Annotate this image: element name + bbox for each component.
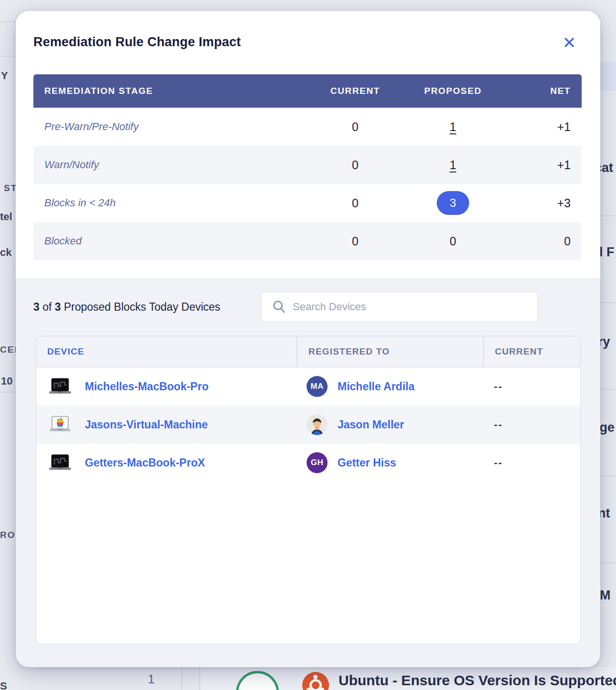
table-row: Jasons-Virtual-Machine Jason Melle: [36, 406, 580, 444]
bg-divider: [0, 392, 16, 393]
bg-text-fragment: 10: [1, 375, 12, 387]
current-value: 0: [315, 158, 396, 172]
impact-row: Warn/Notify 0 1 +1: [33, 146, 582, 184]
avatar: GH: [307, 452, 328, 473]
current-value: --: [483, 380, 580, 393]
impact-table-header: REMEDIATION STAGE CURRENT PROPOSED NET: [33, 74, 582, 108]
current-value: 0: [315, 120, 396, 134]
devices-count-text: 3 of 3 Proposed Blocks Today Devices: [33, 301, 248, 314]
proposed-value: 0: [396, 234, 510, 248]
impact-row: Pre-Warn/Pre-Notify 0 1 +1: [33, 108, 582, 146]
bg-divider: [0, 56, 16, 57]
bg-bottom-row: 1 Ubuntu - Ensure OS Version Is Supporte…: [0, 667, 616, 690]
bg-divider: [600, 302, 616, 303]
remediation-impact-modal: Remediation Rule Change Impact REMEDIATI…: [16, 11, 600, 667]
col-header-current[interactable]: CURRENT: [483, 336, 580, 367]
current-value: 0: [315, 234, 396, 248]
proposed-count-link[interactable]: 1: [450, 120, 456, 133]
current-value: --: [483, 418, 580, 431]
modal-title: Remediation Rule Change Impact: [33, 35, 241, 50]
col-header-remediation-stage: REMEDIATION STAGE: [33, 86, 315, 96]
impact-row: Blocks in < 24h 0 3 +3: [33, 184, 582, 222]
bg-column-divider: [181, 667, 182, 690]
user-name-link[interactable]: Jason Meller: [338, 418, 404, 431]
device-name-link[interactable]: Michelles-MacBook-Pro: [85, 380, 208, 393]
col-header-device[interactable]: DEVICE: [36, 336, 297, 367]
bg-divider: [600, 215, 616, 216]
device-table-empty-area: [36, 482, 580, 644]
modal-top-section: Remediation Rule Change Impact REMEDIATI…: [16, 11, 600, 278]
user-name-link[interactable]: Getter Hiss: [338, 457, 396, 469]
search-input[interactable]: [293, 301, 529, 313]
bg-divider: [600, 476, 616, 477]
table-row: Michelles-MacBook-Pro MA Michelle Ardila…: [36, 367, 580, 406]
avatar: MA: [307, 376, 328, 397]
proposed-count-pill-selected[interactable]: 3: [437, 191, 469, 215]
close-icon[interactable]: [562, 35, 577, 51]
current-value: 0: [315, 196, 396, 210]
bg-check-title: Ubuntu - Ensure OS Version Is Supported: [339, 672, 616, 689]
col-header-current: CURRENT: [315, 86, 396, 96]
stage-label: Warn/Notify: [33, 159, 315, 171]
impact-row: Blocked 0 0 0: [33, 222, 582, 260]
net-value: +1: [510, 120, 582, 134]
bg-text-fragment: Y: [1, 70, 8, 82]
bg-text-fragment: ck: [0, 246, 11, 259]
bg-highlight-band: [600, 62, 616, 91]
current-value: --: [483, 457, 580, 469]
bg-divider: [600, 562, 616, 563]
col-header-proposed: PROPOSED: [396, 86, 510, 96]
bg-text-fragment: M: [600, 588, 611, 603]
macbook-dark-icon: [48, 377, 72, 396]
net-value: 0: [510, 234, 582, 248]
col-header-net: NET: [510, 86, 582, 96]
bg-column-divider: [199, 667, 200, 690]
device-table: DEVICE REGISTERED TO CURRENT Michelles-M…: [36, 336, 581, 644]
stage-label: Pre-Warn/Pre-Notify: [33, 121, 315, 133]
device-table-header: DEVICE REGISTERED TO CURRENT: [36, 336, 580, 367]
net-value: +1: [510, 158, 582, 172]
user-name-link[interactable]: Michelle Ardila: [338, 380, 414, 393]
bg-divider: [0, 21, 16, 22]
avatar-photo: [307, 414, 328, 435]
device-search[interactable]: [261, 292, 538, 322]
stage-label: Blocked: [33, 235, 315, 247]
macbook-light-apple-icon: [48, 415, 72, 434]
col-header-registered-to[interactable]: REGISTERED TO: [297, 336, 483, 367]
macbook-dark-icon: [48, 453, 72, 472]
net-value: +3: [510, 196, 582, 210]
impact-table: REMEDIATION STAGE CURRENT PROPOSED NET P…: [33, 74, 582, 260]
bg-text-fragment: RO: [0, 530, 16, 540]
proposed-count-link[interactable]: 1: [450, 158, 456, 172]
stage-label: Blocks in < 24h: [33, 197, 315, 209]
bg-text-fragment: tel: [0, 211, 12, 223]
device-name-link[interactable]: Getters-MacBook-ProX: [85, 457, 205, 469]
bg-divider: [600, 389, 616, 390]
search-icon: [272, 300, 286, 314]
device-name-link[interactable]: Jasons-Virtual-Machine: [85, 418, 208, 431]
modal-devices-section: 3 of 3 Proposed Blocks Today Devices DEV…: [16, 278, 600, 667]
bg-row-number: 1: [148, 672, 154, 687]
table-row: Getters-MacBook-ProX GH Getter Hiss --: [36, 444, 580, 482]
